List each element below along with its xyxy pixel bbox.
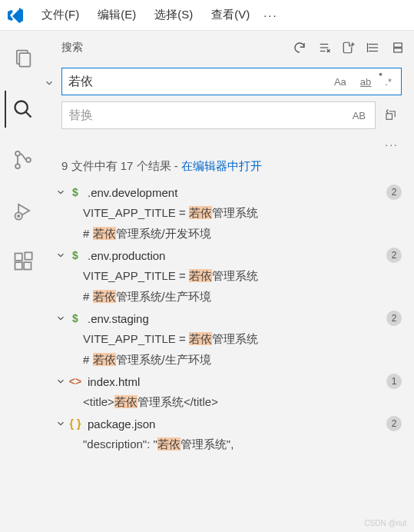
svg-point-5 [15,164,20,168]
file-type-icon: { } [68,416,83,431]
svg-rect-25 [394,48,402,52]
replace-all-icon[interactable] [380,101,402,129]
preserve-case-toggle[interactable]: AB [349,108,369,123]
search-area: Aa ab ■.* AB [46,65,414,135]
file-name: package.json [88,417,386,431]
menu-item[interactable]: 编辑(E) [90,5,144,25]
sidebar-title: 搜索 [61,41,83,55]
search-input-box[interactable]: Aa ab ■.* [61,68,402,95]
search-icon[interactable] [5,91,41,128]
file-name: .env.development [88,186,386,199]
svg-rect-26 [386,114,392,120]
file-header[interactable]: { } package.json 2 [46,413,414,434]
chevron-down-icon [54,417,68,431]
activitybar [0,31,46,532]
highlight: 若依 [93,353,116,366]
open-in-editor-link[interactable]: 在编辑器中打开 [181,159,262,172]
refresh-icon[interactable] [293,41,306,55]
match-count-badge: 2 [386,311,402,326]
menu-item[interactable]: 查看(V) [204,5,257,25]
expand-icon[interactable] [391,41,405,55]
highlight: 若依 [93,227,116,240]
menu-item[interactable]: 选择(S) [147,5,200,25]
extensions-icon[interactable] [5,243,41,280]
svg-rect-1 [19,53,30,67]
match-count-badge: 2 [386,248,402,263]
file-header[interactable]: $ .env.development 2 [46,181,414,203]
file-group: $ .env.production 2VITE_APP_TITLE = 若依管理… [46,244,414,308]
svg-rect-24 [394,43,402,47]
sidebar-header: 搜索 [46,31,414,65]
results-summary: 9 文件中有 17 个结果 - 在编辑器中打开 [46,154,414,181]
chevron-down-icon [54,311,68,325]
chevron-down-icon [54,374,68,388]
menu-item[interactable]: 文件(F) [34,5,87,25]
file-group: { } package.json 2"description": "若依管理系统… [46,413,414,455]
regex-toggle[interactable]: ■.* [382,75,395,89]
file-name: .env.production [88,249,386,262]
results-list: $ .env.development 2VITE_APP_TITLE = 若依管… [46,181,414,532]
chevron-down-icon [54,185,68,199]
chevron-down-icon [54,248,68,262]
file-group: $ .env.development 2VITE_APP_TITLE = 若依管… [46,181,414,244]
highlight: 若依 [157,437,181,451]
clear-icon[interactable] [317,41,331,55]
svg-point-8 [18,215,19,217]
match-line[interactable]: VITE_APP_TITLE = 若依管理系统 [46,329,414,350]
watermark: CSDN @nul [364,519,406,527]
svg-point-2 [15,101,28,114]
new-search-icon[interactable] [342,41,356,55]
file-group: <> index.html 1<title>若依管理系统</title> [46,371,414,413]
svg-point-4 [15,151,20,156]
match-count-badge: 2 [386,185,402,200]
results-count-text: 9 文件中有 17 个结果 - [61,159,181,172]
match-word-toggle[interactable]: ab [357,75,374,89]
replace-input[interactable] [68,108,349,122]
file-group: $ .env.staging 2VITE_APP_TITLE = 若依管理系统#… [46,308,414,371]
match-line[interactable]: VITE_APP_TITLE = 若依管理系统 [46,266,414,287]
file-type-icon: <> [68,374,83,389]
toggle-replace-icon[interactable] [46,71,57,95]
highlight: 若依 [189,269,212,282]
collapse-icon[interactable] [366,41,380,55]
explorer-icon[interactable] [5,40,41,77]
search-sidebar: 搜索 Aa ab [46,31,414,532]
file-header[interactable]: $ .env.production 2 [46,244,414,266]
source-control-icon[interactable] [5,141,41,178]
file-header[interactable]: $ .env.staging 2 [46,308,414,329]
file-type-icon: $ [68,185,83,200]
file-name: index.html [88,375,386,388]
match-line[interactable]: # 若依管理系统/开发环境 [46,224,414,244]
debug-icon[interactable] [5,192,41,229]
match-line[interactable]: "description": "若依管理系统", [46,434,414,455]
replace-input-box[interactable]: AB [61,101,376,129]
svg-rect-11 [24,262,31,269]
svg-point-6 [26,158,31,162]
match-line[interactable]: # 若依管理系统/生产环境 [46,350,414,371]
svg-rect-9 [15,254,22,261]
highlight: 若依 [114,395,137,408]
highlight: 若依 [93,290,116,303]
file-name: .env.staging [88,312,386,325]
file-type-icon: $ [68,248,83,263]
highlight: 若依 [189,206,212,219]
vscode-logo [6,6,25,25]
highlight: 若依 [189,332,212,345]
menu-overflow[interactable]: ··· [257,5,284,25]
header-actions [293,41,405,55]
menubar: 文件(F)编辑(E)选择(S)查看(V) [34,5,257,25]
svg-rect-12 [25,252,31,259]
toggle-search-details[interactable]: ··· [46,135,414,154]
match-line[interactable]: <title>若依管理系统</title> [46,392,414,413]
match-count-badge: 2 [386,416,402,431]
file-type-icon: $ [68,311,83,326]
match-case-toggle[interactable]: Aa [331,75,349,89]
match-line[interactable]: # 若依管理系统/生产环境 [46,287,414,308]
file-header[interactable]: <> index.html 1 [46,371,414,392]
svg-line-3 [26,112,31,118]
match-count-badge: 1 [386,374,402,389]
svg-rect-10 [15,262,22,269]
titlebar: 文件(F)编辑(E)选择(S)查看(V) ··· [0,0,414,31]
search-input[interactable] [68,75,331,88]
match-line[interactable]: VITE_APP_TITLE = 若依管理系统 [46,203,414,224]
